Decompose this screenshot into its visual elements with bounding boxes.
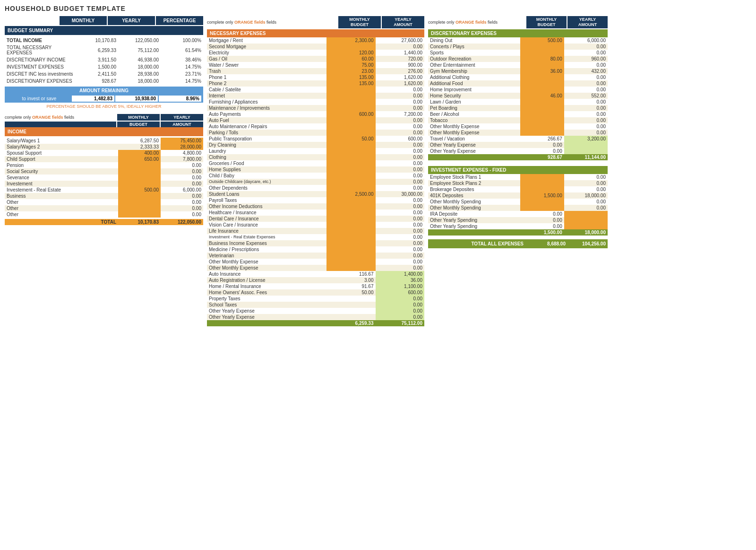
table-row: TOTAL NECESSARY EXPENSES 6,259.33 75,112…: [5, 44, 203, 56]
table-row: Business 0.00: [5, 193, 203, 199]
nec-monthly-header: MONTHLYBUDGET: [338, 16, 381, 28]
table-row: Payroll Taxes 0.00: [207, 197, 424, 203]
table-row: Parking / Tolls 0.00: [207, 130, 424, 136]
table-row: Property Taxes 0.00: [207, 296, 424, 302]
table-row: DISCRETIONARY INCOME 3,911.50 46,938.00 …: [5, 56, 203, 63]
to-invest-label: to invest or save: [7, 96, 72, 101]
necessary-total-row: 6,259.33 75,112.00: [207, 320, 424, 326]
income-table: Salary/Wages 1 6,287.50 75,450.00 Salary…: [5, 136, 203, 225]
column-discretionary-expenses: complete only ORANGE fields fields MONTH…: [428, 16, 608, 326]
table-row: Internet 0.00: [207, 93, 424, 99]
table-row: TOTAL INCOME 10,170.83 122,050.00 100.00…: [5, 37, 203, 44]
disc-yearly-header: YEARLYAMOUNT: [567, 16, 608, 28]
table-row: Medicine / Prescriptions 0.00: [207, 246, 424, 253]
necessary-expenses-header: NECESSARY EXPENSES: [207, 29, 424, 37]
discretionary-table: Dining Out 500.00 6,000.00 Concerts / Pl…: [428, 37, 608, 160]
table-row: School Taxes 0.00: [207, 302, 424, 308]
budget-summary-header: BUDGET SUMMARY: [5, 26, 203, 35]
grand-total-row: TOTAL ALL EXPENSES 8,688.00 104,256.00: [428, 239, 608, 248]
amount-pct: 8.96%: [159, 96, 201, 102]
table-row: Vision Care / Insurance 0.00: [207, 222, 424, 228]
table-row: Social Security 0.00: [5, 168, 203, 175]
table-row: Sports 0.00: [428, 50, 608, 56]
table-row: Trash 23.00 276.00: [207, 68, 424, 74]
table-row: Other Monthly Expense 0.00: [207, 259, 424, 265]
table-row: Dining Out 500.00 6,000.00: [428, 37, 608, 44]
page-title: HOUSEHOLD BUDGET TEMPLATE: [5, 5, 751, 12]
table-row: Mortgage / Rent 2,300.00 27,600.00: [207, 37, 424, 44]
table-row: Investement 0.00: [5, 181, 203, 187]
table-row: Salary/Wages 2 2,333.33 28,000.00: [5, 144, 203, 150]
table-row: Lawn / Garden 0.00: [428, 99, 608, 105]
income-section-header: INCOME: [5, 127, 203, 136]
table-row: Gym Membership 36.00 432.00: [428, 68, 608, 74]
amount-monthly: 1,482.83: [72, 96, 114, 102]
table-row: Home Improvement 0.00: [428, 87, 608, 93]
complete-only-label-3: complete only ORANGE fields fields: [428, 20, 526, 25]
table-row: Brokerage Deposites 0.00: [428, 186, 608, 192]
table-row: Investement - Real Estate 500.00 6,000.0…: [5, 187, 203, 193]
discretionary-section-header: DISCRETIONARY EXPENSES: [428, 29, 608, 37]
table-row: Other Monthly Expense 0.00: [428, 123, 608, 130]
table-row: Groceries / Food 0.00: [207, 160, 424, 166]
table-row: Life Insurance 0.00: [207, 228, 424, 234]
table-row: Other Yearly Expense 0.00: [207, 308, 424, 314]
table-row: Tobacco 0.00: [428, 117, 608, 123]
amount-remaining-row: to invest or save 1,482.83 10,938.00 8.9…: [5, 95, 203, 103]
col-header-yearly: YEARLY: [108, 16, 155, 25]
table-row: Phone 1 135.00 1,620.00: [207, 74, 424, 80]
disc-monthly-header: MONTHLYBUDGET: [526, 16, 567, 28]
table-row: Auto Fuel 0.00: [207, 117, 424, 123]
table-row: 401K Deposites 1,500.00 18,000.00: [428, 192, 608, 199]
table-row: Public Transporation 50.00 600.00: [207, 136, 424, 142]
table-row: Auto Insurance 116.67 1,400.00: [207, 271, 424, 277]
percentage-note: PERCENTAGE SHOULD BE ABOVE 5%, IDEALLY H…: [5, 103, 203, 110]
orange-fields-label-3: ORANGE fields: [455, 20, 487, 25]
table-row: Auto Maintenance / Repairs 0.00: [207, 123, 424, 130]
table-row: Furnishing / Appliances 0.00: [207, 99, 424, 105]
complete-only-label-2: complete only ORANGE fields fields: [207, 20, 338, 25]
table-row: Home Security 46.00 552.00: [428, 93, 608, 99]
investment-total-row: 1,500.00 18,000.00: [428, 229, 608, 236]
discretionary-total-row: 928.67 11,144.00: [428, 154, 608, 160]
table-row: Veterinarian 0.00: [207, 253, 424, 259]
income-total-row: TOTAL 10,170.83 122,050.00: [5, 219, 203, 225]
table-row: Investment - Real Estate Expenses 0.00: [207, 234, 424, 240]
table-row: Other Monthly Spending 0.00: [428, 199, 608, 205]
table-row: Other Monthly Expense 0.00: [207, 265, 424, 271]
table-row: Maintenance / Improvements 0.00: [207, 105, 424, 111]
col-header-pct: PERCENTAGE: [156, 16, 203, 25]
table-row: Other 0.00: [5, 211, 203, 218]
table-row: Pet Boarding 0.00: [428, 105, 608, 111]
table-row: DISCRETIONARY EXPENSES 928.67 18,000.00 …: [5, 78, 203, 85]
table-row: Other Enterntainment 0.00: [428, 62, 608, 68]
income-monthly-header: MONTHLY: [117, 114, 160, 121]
necessary-expenses-table: Mortgage / Rent 2,300.00 27,600.00 Secon…: [207, 37, 424, 326]
grand-total-yearly: 104,256.00: [566, 241, 606, 246]
complete-only-label: complete only ORANGE fields fields: [5, 115, 117, 120]
column-budget-summary: MONTHLY YEARLY PERCENTAGE BUDGET SUMMARY…: [5, 16, 203, 326]
amount-remaining-header: AMOUNT REMAINING: [5, 87, 203, 95]
table-row: Outdoor Recreation 80.00 960.00: [428, 56, 608, 62]
table-row: IRA Deposite 0.00: [428, 211, 608, 217]
table-row: Other Monthly Spending 0.00: [428, 205, 608, 211]
table-row: Phone 2 135.00 1,620.00: [207, 80, 424, 87]
orange-fields-label-2: ORANGE fields: [234, 20, 266, 25]
table-row: Dry Cleaning 0.00: [207, 142, 424, 148]
table-row: Child Support 650.00 7,800.00: [5, 156, 203, 162]
table-row: Other 0.00: [5, 199, 203, 205]
nec-yearly-header: YEARLYAMOUNT: [382, 16, 424, 28]
table-row: Home Supplies 0.00: [207, 166, 424, 173]
table-row: Second Mortgage 0.00: [207, 44, 424, 50]
table-row: Water / Sewer 75.00 900.00: [207, 62, 424, 68]
table-row: DISCRET INC less investments 2,411.50 28…: [5, 70, 203, 78]
table-row: Clothing 0.00: [207, 154, 424, 160]
table-row: Home Owners' Assoc. Fees 50.00 600.00: [207, 289, 424, 296]
budget-summary-table: TOTAL INCOME 10,170.83 122,050.00 100.00…: [5, 35, 203, 87]
table-row: Employee Stock Plans 1 0.00: [428, 174, 608, 180]
table-row: Other Monthly Expense 0.00: [428, 130, 608, 136]
table-row: Business Income Expenses 0.00: [207, 240, 424, 246]
table-row: Auto Registration / License 3.00 36.00: [207, 277, 424, 283]
investment-section-header: INVESTMENT EXPENSES - FIXED: [428, 166, 608, 174]
table-row: Additional Clothing 0.00: [428, 74, 608, 80]
